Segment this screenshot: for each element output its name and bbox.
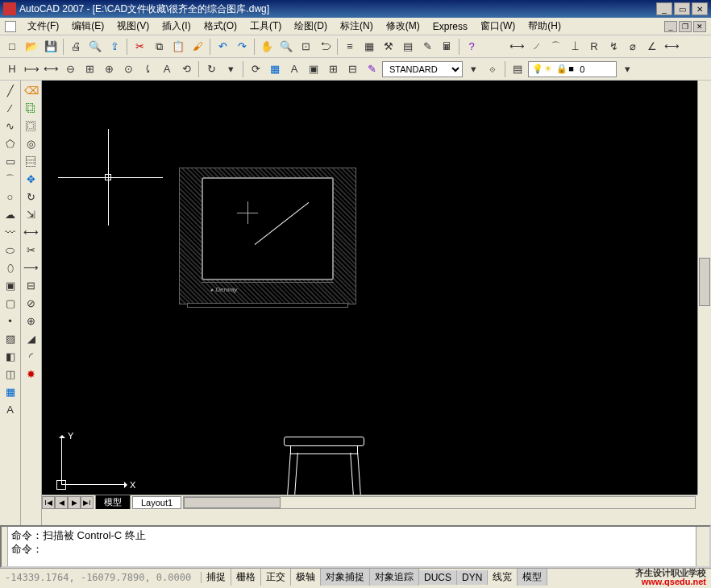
dyn-toggle[interactable]: DYN [457, 570, 488, 585]
menu-express[interactable]: Express [426, 19, 474, 34]
lwt-toggle[interactable]: 线宽 [488, 569, 518, 586]
point-icon[interactable]: • [2, 313, 19, 329]
reassoc-icon[interactable]: ⟳ [247, 60, 264, 78]
preview-icon[interactable]: 🔍 [86, 38, 104, 56]
menu-insert[interactable]: 插入(I) [156, 18, 197, 35]
layer-mgr-icon[interactable]: ▤ [509, 60, 526, 78]
mirror-icon[interactable]: ⿴ [23, 118, 40, 135]
layer-dropdown-icon[interactable]: ▾ [618, 60, 636, 78]
offset-icon[interactable]: ◎ [23, 135, 40, 152]
tab-model[interactable]: 模型 [95, 495, 131, 510]
mtext-draw-icon[interactable]: A [2, 401, 19, 418]
model-toggle[interactable]: 模型 [518, 569, 547, 586]
menu-view[interactable]: 视图(V) [110, 18, 156, 35]
redo-icon[interactable]: ↷ [233, 38, 251, 56]
dimstyle-open-icon[interactable]: ▾ [464, 60, 482, 78]
tab-next-icon[interactable]: ▶ [68, 496, 81, 509]
block-icon2[interactable]: ▣ [305, 60, 322, 78]
join-icon[interactable]: ⊕ [23, 313, 40, 329]
region-icon[interactable]: ◫ [2, 366, 19, 383]
chamfer-icon[interactable]: ◢ [23, 330, 40, 347]
doc-minimize[interactable]: _ [664, 21, 677, 32]
menu-modify[interactable]: 修改(M) [380, 18, 426, 35]
toolpalette-icon[interactable]: ⚒ [380, 38, 397, 56]
dim-angular-icon[interactable]: ∠ [643, 38, 661, 56]
array-icon[interactable]: ⿳ [23, 153, 40, 170]
attdef-icon[interactable]: ⊟ [343, 60, 361, 78]
matchprop-icon[interactable]: 🖌 [189, 38, 206, 56]
insertblock-icon[interactable]: ▣ [2, 277, 19, 294]
ellipse-icon[interactable]: ⬭ [2, 242, 19, 259]
dim-ordinate-icon[interactable]: ⟘ [566, 38, 584, 56]
close-button[interactable]: ✕ [692, 2, 708, 15]
cmd-line-2[interactable]: 命令： [11, 542, 692, 556]
inspect-icon[interactable]: ⊙ [119, 60, 137, 78]
tab-last-icon[interactable]: ▶I [81, 496, 94, 509]
zoom-prev-icon[interactable]: ⮌ [316, 38, 334, 56]
hscroll-thumb[interactable] [184, 497, 281, 508]
wblock-icon[interactable]: ⊞ [324, 60, 342, 78]
centermark-icon[interactable]: ⊕ [100, 60, 118, 78]
grid-toggle[interactable]: 栅格 [231, 569, 261, 586]
tolerance-icon[interactable]: ⊞ [81, 60, 98, 78]
breakat-icon[interactable]: ⊟ [23, 277, 40, 294]
dim-break-icon[interactable]: ⊖ [61, 60, 79, 78]
properties-icon[interactable]: ≡ [341, 38, 359, 56]
cmd-scrollbar[interactable] [696, 527, 709, 566]
markup-icon[interactable]: ✎ [418, 38, 436, 56]
dim-update-icon[interactable]: ↻ [202, 60, 220, 78]
menu-tools[interactable]: 工具(T) [243, 18, 288, 35]
doc-close[interactable]: ✕ [693, 21, 706, 32]
extend-icon[interactable]: ⟶ [23, 259, 40, 276]
rectangle-icon[interactable]: ▭ [2, 153, 19, 170]
ellipsearc-icon[interactable]: ⬯ [2, 259, 19, 276]
tab-first-icon[interactable]: I◀ [42, 496, 55, 509]
dimedit-icon[interactable]: A [158, 60, 176, 78]
menu-dimension[interactable]: 标注(N) [334, 18, 380, 35]
erase-icon[interactable]: ⌫ [23, 82, 40, 99]
zoom-win-icon[interactable]: ⊡ [297, 38, 314, 56]
stretch-icon[interactable]: ⟷ [23, 224, 40, 241]
dim-space-icon[interactable]: ⟷ [42, 60, 60, 78]
menu-file[interactable]: 文件(F) [21, 18, 65, 35]
tab-layout1[interactable]: Layout1 [132, 496, 181, 509]
dim-style-icon[interactable]: ▾ [222, 60, 239, 78]
layer-combo[interactable]: 💡 ☀ 🔒 ■ 0 [528, 61, 617, 77]
open-icon[interactable]: 📂 [23, 38, 40, 56]
revcloud-icon[interactable]: ☁ [2, 206, 19, 223]
tab-prev-icon[interactable]: ◀ [55, 496, 68, 509]
command-window[interactable]: 命令：扫描被 Control-C 终止 命令： [0, 525, 711, 568]
undo-icon[interactable]: ↶ [214, 38, 231, 56]
menu-format[interactable]: 格式(O) [198, 18, 243, 35]
dimstyle-select[interactable]: STANDARD [382, 61, 463, 77]
pan-icon[interactable]: ✋ [258, 38, 276, 56]
trim-icon[interactable]: ✂ [23, 242, 40, 259]
vertical-scrollbar[interactable] [697, 81, 711, 495]
cut-icon[interactable]: ✂ [131, 38, 148, 56]
dim-jogged-icon[interactable]: ↯ [605, 38, 622, 56]
sheetset-icon[interactable]: ▤ [399, 38, 417, 56]
arc-icon[interactable]: ⌒ [2, 171, 19, 188]
xref-icon[interactable]: ✎ [363, 60, 380, 78]
dim-continue-icon[interactable]: ⟼ [23, 60, 40, 78]
paste-icon[interactable]: 📋 [169, 38, 187, 56]
explode-icon[interactable]: ✸ [23, 366, 40, 383]
drawtable-icon[interactable]: ▦ [2, 383, 19, 400]
plot-icon[interactable]: 🖨 [67, 38, 85, 56]
break-icon[interactable]: ⊘ [23, 295, 40, 312]
fillet-icon[interactable]: ◜ [23, 348, 40, 365]
menu-edit[interactable]: 编辑(E) [65, 18, 110, 35]
move-icon[interactable]: ✥ [23, 171, 40, 188]
menu-help[interactable]: 帮助(H) [522, 18, 568, 35]
polygon-icon[interactable]: ⬠ [2, 135, 19, 152]
makeblock-icon[interactable]: ▢ [2, 295, 19, 312]
minimize-button[interactable]: _ [656, 2, 672, 15]
cmd-handle[interactable] [2, 527, 8, 566]
osnap-toggle[interactable]: 对象捕捉 [321, 569, 370, 586]
menu-draw[interactable]: 绘图(D) [288, 18, 334, 35]
rotate-icon[interactable]: ↻ [23, 188, 40, 205]
maximize-button[interactable]: ▭ [674, 2, 690, 15]
scale-icon[interactable]: ⇲ [23, 206, 40, 223]
drawing-canvas[interactable]: ⬥ Derway Y X [42, 81, 697, 495]
dimtedit-icon[interactable]: ⟲ [177, 60, 195, 78]
